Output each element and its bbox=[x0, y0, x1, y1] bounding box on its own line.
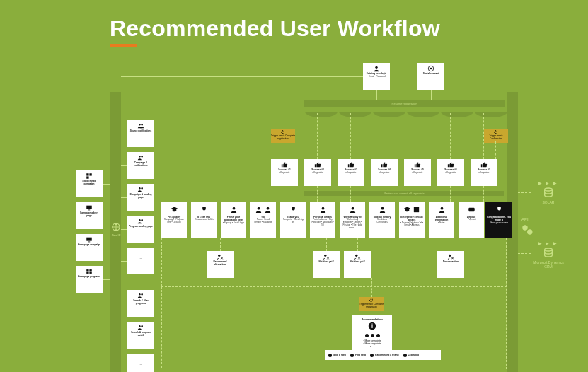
svg-rect-11 bbox=[89, 269, 91, 272]
grad-icon bbox=[399, 206, 425, 214]
gears-icon bbox=[521, 223, 534, 239]
svg-point-43 bbox=[545, 188, 553, 191]
scallop-row bbox=[304, 107, 508, 113]
entry-advert: Campaign advert page bbox=[76, 202, 103, 229]
svg-point-0 bbox=[375, 66, 377, 69]
social-icons bbox=[76, 173, 103, 180]
entry-social: Social media campaign bbox=[76, 170, 103, 197]
connector bbox=[376, 90, 377, 100]
svg-point-19 bbox=[139, 187, 141, 190]
trophy-icon bbox=[280, 206, 306, 214]
svg-point-25 bbox=[139, 325, 141, 327]
success-6: Success #6• Keypoints bbox=[437, 159, 464, 186]
step-prequalify: Pre-Qualify• Campaign • Program • Fee • … bbox=[161, 202, 187, 238]
action-login: Login/out bbox=[403, 354, 419, 357]
svg-point-2 bbox=[430, 68, 432, 70]
svg-point-44 bbox=[522, 225, 528, 231]
svg-point-17 bbox=[139, 156, 141, 158]
stage-more: … bbox=[127, 248, 154, 274]
svg-point-46 bbox=[545, 248, 553, 251]
page-title: Recommended User Workflow bbox=[110, 16, 440, 42]
success-5: Success #5• Keypoints bbox=[404, 159, 431, 186]
banner-resume-registration: Resume registration bbox=[304, 100, 505, 107]
step-personal: Personal details• Postal address • City … bbox=[310, 202, 335, 238]
step-emergency: Emergency contact details• Name • Relati… bbox=[399, 202, 425, 238]
user-icon bbox=[221, 206, 246, 214]
svg-point-33 bbox=[440, 207, 443, 210]
svg-rect-12 bbox=[86, 272, 88, 274]
share-icons bbox=[485, 226, 512, 231]
node-existing-login: Existing user login • Email • Password bbox=[363, 63, 390, 90]
success-1: Success #1• Keypoints bbox=[271, 159, 298, 186]
display-icon bbox=[76, 204, 103, 211]
trophy-icon bbox=[485, 206, 512, 214]
dropoff-notdone-2: Not done yet? bbox=[344, 251, 371, 278]
svg-point-36 bbox=[218, 255, 220, 257]
entry-home-programs: Homepage programs bbox=[76, 266, 103, 293]
sublabel: • Email • Password bbox=[363, 76, 390, 79]
stage-program-landing: Program landing page bbox=[127, 216, 154, 243]
svg-point-45 bbox=[527, 229, 533, 235]
svg-rect-5 bbox=[86, 176, 88, 178]
stage-campaign-landing: Campaign & landing page bbox=[127, 184, 154, 211]
svg-point-38 bbox=[355, 255, 357, 257]
stage-search-detail: Search & program detail bbox=[127, 322, 154, 349]
trigger-email-right: Trigger email: Confirmation bbox=[484, 129, 508, 143]
at-icon bbox=[417, 65, 444, 72]
svg-point-23 bbox=[139, 293, 141, 296]
svg-rect-35 bbox=[468, 209, 474, 210]
trigger-email-left: Trigger email: Complete registration bbox=[271, 129, 295, 143]
display-icon bbox=[76, 236, 103, 243]
svg-rect-10 bbox=[86, 269, 88, 272]
success-2: Success #2• Keypoints bbox=[304, 159, 331, 186]
dropoff-noconn: No connection bbox=[437, 251, 464, 278]
stage-more-2: … bbox=[127, 354, 154, 372]
action-skip: Skip a step bbox=[328, 354, 346, 357]
svg-rect-4 bbox=[89, 173, 91, 175]
tiles-icon bbox=[76, 268, 103, 275]
svg-rect-13 bbox=[89, 272, 91, 274]
action-help: Find help bbox=[350, 354, 366, 357]
node-social-connect: Social connect bbox=[417, 63, 444, 90]
step-finish-signup: Finish your application here• Sign up • … bbox=[221, 202, 246, 238]
svg-point-37 bbox=[324, 255, 326, 257]
step-medical: Medical history• Conditions • Conviction… bbox=[369, 202, 395, 238]
step-deposit: Deposit• Payment bbox=[459, 202, 484, 238]
svg-point-15 bbox=[139, 124, 141, 126]
svg-point-30 bbox=[321, 207, 324, 210]
recommendations-box: Recommendations • More keypoints • More … bbox=[352, 315, 392, 351]
action-recommend: Recommend a friend bbox=[370, 354, 399, 357]
connector bbox=[431, 90, 432, 100]
users-icon bbox=[127, 122, 154, 129]
step-reassure: It's like this• Reassurance bullets bbox=[191, 202, 217, 238]
svg-rect-41 bbox=[371, 325, 372, 328]
step-additional: Additional information• Notes bbox=[429, 202, 454, 238]
svg-rect-6 bbox=[86, 206, 92, 209]
svg-rect-3 bbox=[86, 173, 88, 175]
success-3: Success #3• Keypoints bbox=[338, 159, 364, 186]
svg-point-24 bbox=[141, 293, 143, 296]
stage-search-programs: Search & filter programs bbox=[127, 290, 154, 317]
dropoff-notdone-1: Not done yet? bbox=[313, 251, 340, 278]
svg-point-20 bbox=[141, 187, 143, 190]
svg-point-39 bbox=[449, 255, 451, 257]
actions-strip[interactable]: Skip a step Find help Recommend a friend… bbox=[325, 350, 441, 360]
user-icon bbox=[363, 65, 390, 72]
step-you: You• Name • Email • Gender • Salutation bbox=[250, 202, 276, 238]
svg-rect-42 bbox=[371, 324, 372, 325]
info-icon bbox=[354, 321, 391, 332]
banner-review-amend: Review and amend all keypoints bbox=[304, 191, 504, 196]
success-7: Success #7• Keypoints bbox=[471, 159, 497, 186]
trigger-email-center: Trigger email: Complete registration bbox=[359, 297, 384, 311]
svg-point-31 bbox=[351, 207, 354, 210]
entry-home-campaign: Homepage campaign bbox=[76, 234, 103, 261]
svg-point-26 bbox=[141, 325, 143, 327]
thumb-icon bbox=[271, 161, 298, 168]
label: Social connect bbox=[417, 73, 444, 76]
trophy-icon bbox=[191, 206, 217, 214]
step-thankyou: Thank you• Complete • Social sign in bbox=[280, 202, 306, 238]
svg-point-32 bbox=[381, 207, 384, 210]
svg-rect-7 bbox=[88, 210, 91, 211]
step-work: Work History of• Work history • Employer… bbox=[340, 202, 365, 238]
svg-rect-8 bbox=[86, 238, 92, 241]
